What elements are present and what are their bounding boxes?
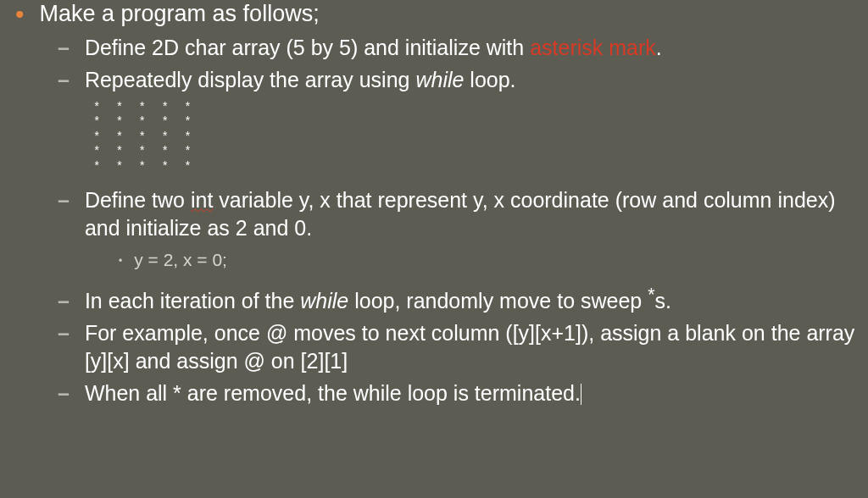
bullet-dot-icon: • <box>15 0 25 28</box>
sub3-text: Define two int variable y, x that repres… <box>85 186 868 241</box>
sub1-prefix: Define 2D char array (5 by 5) and initia… <box>85 36 530 59</box>
dash-icon: – <box>58 379 70 407</box>
sub2-italic: while <box>415 68 464 91</box>
grid-row: * * * * * <box>93 130 868 146</box>
grid-row: * * * * * <box>93 145 868 160</box>
dash-icon: – <box>58 66 70 94</box>
sub2-text: Repeatedly display the array using while… <box>85 66 868 94</box>
bullet-main-text: Make a program as follows; <box>40 0 868 29</box>
bullet-main: • Make a program as follows; <box>15 0 868 29</box>
sub-bullet-4: – In each iteration of the while loop, r… <box>58 287 868 315</box>
sub6-text: When all * are removed, the while loop i… <box>85 379 868 407</box>
asterisk-grid: * * * * * * * * * * * * * * * * * * * * … <box>93 101 868 175</box>
sub4-text: In each iteration of the while loop, ran… <box>85 287 868 315</box>
sub-bullet-6: – When all * are removed, the while loop… <box>58 379 868 407</box>
text-cursor-icon <box>581 384 581 405</box>
sub2-suffix: loop. <box>464 68 515 91</box>
sub2-prefix: Repeatedly display the array using <box>85 68 416 91</box>
sub-bullet-3: – Define two int variable y, x that repr… <box>58 186 868 241</box>
sub4-prefix: In each iteration of the <box>85 289 300 313</box>
grid-row: * * * * * <box>93 101 868 116</box>
sub4-mid: loop, randomly move to sweep <box>348 289 648 313</box>
sub1-suffix: . <box>656 36 662 59</box>
grid-row: * * * * * <box>93 160 868 175</box>
sub3-detail-text: y = 2, x = 0; <box>134 248 868 271</box>
sub6-body: When all * are removed, the while loop i… <box>85 381 581 405</box>
sub3-prefix: Define two <box>85 188 191 212</box>
dash-icon: – <box>58 186 70 214</box>
sub4-italic: while <box>300 289 348 313</box>
grid-row: * * * * * <box>93 115 868 130</box>
sub3-squiggly: int <box>191 188 213 212</box>
dash-icon: – <box>58 319 70 347</box>
sub-bullet-1: – Define 2D char array (5 by 5) and init… <box>58 34 868 62</box>
dash-icon: – <box>58 34 70 62</box>
sub-sub-bullet: • y = 2, x = 0; <box>119 248 868 271</box>
sub5-text: For example, once @ moves to next column… <box>85 319 868 374</box>
sub-bullet-5: – For example, once @ moves to next colu… <box>58 319 868 374</box>
small-dot-icon: • <box>119 255 122 268</box>
sub1-highlight: asterisk mark <box>530 36 656 59</box>
sub1-text: Define 2D char array (5 by 5) and initia… <box>85 34 868 62</box>
dash-icon: – <box>58 287 70 315</box>
sub4-suffix: s. <box>654 289 670 313</box>
sub-bullet-2: – Repeatedly display the array using whi… <box>58 66 868 94</box>
slide-root: • Make a program as follows; – Define 2D… <box>0 0 868 498</box>
